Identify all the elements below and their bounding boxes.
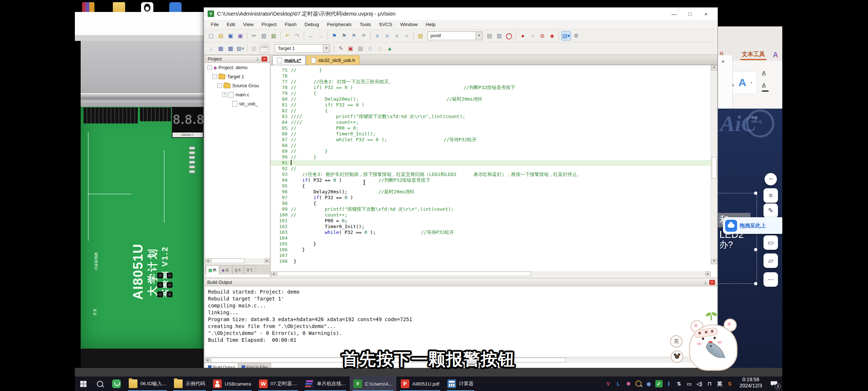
taskbar-item-ai8051u-pdf[interactable]: PAI8051U.pdf bbox=[397, 377, 443, 391]
selection-handle[interactable] bbox=[754, 192, 757, 195]
panel-tab-f[interactable]: {}F. bbox=[232, 265, 244, 274]
code-line-76[interactable]: 76 bbox=[271, 73, 711, 79]
menu-item-debug[interactable]: Debug bbox=[301, 22, 323, 27]
code-line-75[interactable]: 75// } bbox=[271, 67, 711, 73]
menu-item-view[interactable]: View bbox=[239, 22, 258, 27]
panel-tab-p[interactable]: ▤P. bbox=[206, 265, 219, 274]
editor-tab-main-c-[interactable]: main.c* bbox=[272, 55, 306, 65]
code-line-104[interactable]: 104 bbox=[271, 235, 711, 241]
taskbar-clock[interactable]: 0:19:58 2024/12/3 bbox=[736, 377, 766, 391]
panel-tab-t[interactable]: 0T. bbox=[244, 265, 256, 274]
tree-item-main-c[interactable]: +main.c bbox=[205, 90, 270, 99]
pin-icon[interactable]: ⊥ bbox=[702, 280, 708, 285]
code-line-102[interactable]: 102 Timer0_Init(); bbox=[271, 224, 711, 230]
taskbar-item-c-users-a-[interactable]: VC:\Users\A... bbox=[350, 377, 396, 391]
target-options-icon[interactable]: ✎ bbox=[336, 44, 345, 53]
tray-v-icon[interactable]: V bbox=[604, 379, 613, 388]
code-line-77[interactable]: 77// //任务2: 灯按一下点亮三秒后熄灭。 bbox=[271, 79, 711, 85]
code-line-97[interactable]: 97 if( P32 == 0 ) bbox=[271, 195, 711, 201]
file-extensions-icon[interactable]: ▤ bbox=[356, 44, 365, 53]
code-line-106[interactable]: 106 } bbox=[271, 247, 711, 253]
tray-sogou-icon[interactable]: S bbox=[725, 379, 735, 388]
layers-button[interactable]: ≡ bbox=[763, 188, 778, 203]
run-to-line-icon[interactable]: ▥ bbox=[495, 31, 504, 40]
title-bar[interactable]: V C:\Users\Administrator\Desktop\07.定时器\… bbox=[204, 8, 718, 20]
code-line-89[interactable]: 89// } bbox=[271, 148, 711, 154]
editor-vscrollbar[interactable]: ▲ ▼ bbox=[711, 65, 717, 264]
new-file-icon[interactable]: ▢ bbox=[207, 31, 216, 40]
printf-combobox[interactable]: printf▾ bbox=[427, 31, 482, 40]
code-line-82[interactable]: 82// { bbox=[271, 108, 711, 114]
tree-item-target-1[interactable]: -Target 1 bbox=[205, 72, 270, 81]
code-line-90[interactable]: 90// } bbox=[271, 154, 711, 160]
code-line-108[interactable]: 108 } bbox=[271, 258, 711, 264]
copy-icon[interactable]: ▥ bbox=[259, 31, 268, 40]
menu-item-window[interactable]: Window bbox=[396, 22, 421, 27]
tray-lenovo-icon[interactable]: L bbox=[614, 379, 623, 388]
selection-handle[interactable] bbox=[754, 248, 757, 251]
tray-shield-icon[interactable]: ✓ bbox=[655, 380, 663, 387]
code-line-99[interactable]: 99// printf("按键按下次数\xfd:%d 次\r\n",(int)c… bbox=[271, 206, 711, 212]
breakpoint-kill-icon[interactable]: ◆ bbox=[548, 31, 557, 40]
batch-build-icon[interactable]: ▩▾ bbox=[236, 44, 245, 53]
configure-icon[interactable]: ⚙ bbox=[572, 31, 581, 40]
code-line-92[interactable]: 92// bbox=[271, 166, 711, 172]
tray-network-icon[interactable]: ▭ bbox=[685, 379, 694, 388]
chevron-down-icon[interactable]: ▾ bbox=[323, 45, 329, 52]
taskbar-store-button[interactable] bbox=[108, 377, 125, 391]
breakpoint-disable-icon[interactable]: ⊘ bbox=[538, 31, 547, 40]
taskbar-item-06-io输入-[interactable]: 06.IO输入... bbox=[125, 377, 170, 391]
uncomment-icon[interactable]: ≡ bbox=[402, 31, 411, 40]
templates-pic-icon[interactable]: ▲ bbox=[385, 44, 394, 53]
find-in-files-icon[interactable] bbox=[505, 31, 514, 40]
tray-bluetooth-icon[interactable]: ᛒ bbox=[664, 379, 674, 388]
tray-search-icon[interactable] bbox=[634, 378, 643, 390]
more-button[interactable]: ⋯ bbox=[763, 272, 778, 287]
menu-item-peripherals[interactable]: Peripherals bbox=[323, 22, 356, 27]
breakpoint-enable-icon[interactable]: ○ bbox=[528, 31, 537, 40]
code-line-83[interactable]: 83//// printf("按键按下次数\xfd:%d 次\r\n",(int… bbox=[271, 114, 711, 119]
breakpoint-icon[interactable]: ● bbox=[518, 31, 527, 40]
project-hscrollbar[interactable]: ◄► bbox=[205, 258, 270, 264]
build-icon[interactable]: ▦ bbox=[216, 44, 225, 53]
save-all-icon[interactable]: ▣ bbox=[236, 31, 245, 40]
minimize-button[interactable]: — bbox=[666, 11, 682, 17]
code-line-100[interactable]: 100// count++; bbox=[271, 212, 711, 218]
panel-tab-b[interactable]: ◆B. bbox=[219, 265, 232, 274]
cut-icon[interactable]: ✂ bbox=[250, 31, 259, 40]
menu-item-svcs[interactable]: SVCS bbox=[375, 22, 396, 27]
drag-upload-tooltip[interactable]: 拖拽至此上 bbox=[723, 217, 782, 234]
code-line-101[interactable]: 101 P00 = 0; bbox=[271, 218, 711, 224]
tree-item-stc-usb-[interactable]: stc_usb_ bbox=[205, 99, 270, 108]
window-list-icon[interactable]: ▤▾ bbox=[561, 31, 571, 41]
font-style-blue[interactable]: A bbox=[739, 76, 746, 89]
collapse-icon[interactable]: - bbox=[212, 74, 217, 79]
maximize-button[interactable]: □ bbox=[682, 11, 698, 17]
tray-usb-icon[interactable]: ⇅ bbox=[675, 379, 684, 388]
paste-icon[interactable]: ▦ bbox=[269, 31, 278, 40]
tab-text-tool[interactable]: 文本工具 bbox=[740, 50, 766, 60]
collapse-circle-button[interactable]: − bbox=[765, 173, 777, 185]
save-icon[interactable]: ▣ bbox=[226, 31, 235, 40]
tray-mic-icon[interactable]: ⊓ bbox=[705, 379, 714, 388]
code-line-79[interactable]: 79// { bbox=[271, 91, 711, 96]
taskbar-search-button[interactable] bbox=[92, 377, 108, 391]
taskbar-item-计算器[interactable]: 计算器 bbox=[444, 377, 477, 391]
translate-icon[interactable]: ↓ bbox=[207, 44, 216, 53]
code-line-85[interactable]: 85// P00 = 0; bbox=[271, 125, 711, 131]
brush-button[interactable]: ✎ bbox=[763, 203, 778, 218]
code-line-78[interactable]: 78// if( P32 == 0 ) //判断P32按钮是否按下 bbox=[271, 85, 711, 91]
pin-icon[interactable]: ⊥ bbox=[255, 56, 260, 62]
underline-a-button[interactable]: A bbox=[762, 70, 773, 78]
find-next-icon[interactable]: ▨ bbox=[485, 31, 494, 40]
close-panel-icon[interactable]: × bbox=[261, 56, 267, 62]
selection-handle[interactable] bbox=[754, 282, 757, 285]
target-combobox[interactable]: Target 1▾ bbox=[275, 44, 330, 53]
taskbar-item-usbcamera[interactable]: USBcamera bbox=[209, 377, 255, 391]
comment-icon[interactable]: ≡ bbox=[392, 31, 401, 40]
code-line-93[interactable]: 93 //任务3: 救护车灯控制器，按下报警按钮，红蓝交替闪烁（LED1和LED… bbox=[271, 172, 711, 177]
indent-icon[interactable]: ≡ bbox=[383, 31, 392, 40]
bookmark-next-icon[interactable]: ⚑ bbox=[340, 31, 349, 40]
code-line-80[interactable]: 80// Delay20ms(); //延时20ms消抖 bbox=[271, 96, 711, 102]
tray-flower-icon[interactable]: ✱ bbox=[624, 379, 633, 388]
